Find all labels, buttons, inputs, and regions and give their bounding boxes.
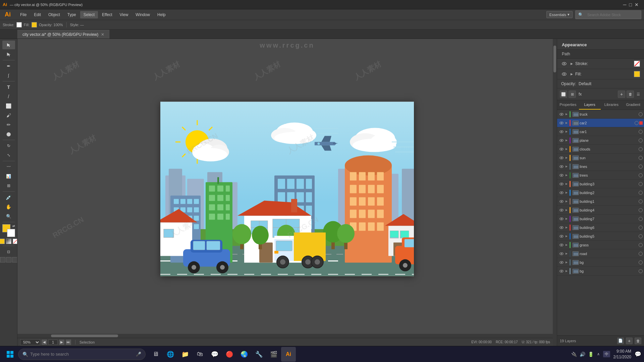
- layer-target-indicator[interactable]: [639, 243, 643, 247]
- blob-brush-tool[interactable]: ⬤: [2, 130, 15, 138]
- taskview-btn[interactable]: 🖥: [148, 347, 163, 362]
- delete-item-btn[interactable]: 🗑: [627, 90, 634, 98]
- layer-row[interactable]: ▶plane: [557, 136, 644, 145]
- panel-options-btn[interactable]: ☰: [635, 91, 641, 97]
- stroke-expand-btn[interactable]: ▶: [569, 61, 574, 66]
- last-page-btn[interactable]: ⏭: [66, 340, 71, 345]
- layer-expand-arrow[interactable]: ▶: [565, 165, 569, 169]
- layer-expand-arrow[interactable]: ▶: [565, 147, 569, 151]
- menu-edit[interactable]: Edit: [31, 11, 44, 18]
- direct-selection-tool[interactable]: [2, 50, 15, 59]
- libraries-tab[interactable]: Libraries: [601, 100, 623, 110]
- layer-target-indicator[interactable]: [639, 252, 643, 256]
- gradient-tab[interactable]: Gradient: [622, 100, 644, 110]
- taskbar-search[interactable]: 🔍 Type here to search 🎤: [18, 349, 146, 360]
- stock-search-input[interactable]: [585, 12, 638, 18]
- layer-expand-arrow[interactable]: ▶: [565, 199, 569, 203]
- layer-target-indicator[interactable]: [639, 138, 643, 142]
- layer-visibility-btn[interactable]: [558, 242, 565, 248]
- draw-mode[interactable]: ⊡: [2, 247, 15, 256]
- layers-panel[interactable]: ▶truck▶car2▶car1▶plane▶clouds▶sun▶lines▶…: [557, 110, 644, 335]
- layer-expand-arrow[interactable]: ▶: [565, 217, 569, 221]
- layer-target-indicator[interactable]: [639, 130, 643, 134]
- horizontal-scrollbar-thumb[interactable]: [51, 335, 118, 337]
- stroke-visibility-btn[interactable]: [561, 61, 567, 67]
- layer-expand-arrow[interactable]: ▶: [565, 226, 569, 230]
- menu-file[interactable]: File: [17, 11, 30, 18]
- volume-icon[interactable]: 🔊: [580, 352, 585, 357]
- layer-visibility-btn[interactable]: [558, 233, 565, 239]
- line-tool[interactable]: /: [2, 92, 15, 101]
- menu-object[interactable]: Object: [45, 11, 63, 18]
- fill-color-swatch[interactable]: [634, 71, 640, 77]
- close-button[interactable]: ✕: [635, 2, 639, 7]
- color-mode-none[interactable]: [13, 239, 18, 244]
- screen-mode-3[interactable]: [12, 257, 17, 262]
- start-button[interactable]: [3, 347, 17, 362]
- layer-expand-arrow[interactable]: ▶: [565, 173, 569, 177]
- zoom-select[interactable]: 50%: [20, 339, 40, 345]
- curvature-tool[interactable]: ∫: [2, 71, 15, 80]
- pen-tool[interactable]: ✒: [2, 62, 15, 70]
- notification-btn[interactable]: 💬: [635, 351, 641, 357]
- vertical-scrollbar[interactable]: [553, 39, 557, 346]
- layer-visibility-btn[interactable]: [558, 120, 565, 126]
- ime-icon[interactable]: 中: [603, 351, 610, 357]
- menu-view[interactable]: View: [116, 11, 132, 18]
- warp-tool[interactable]: 〰: [2, 163, 15, 171]
- menu-help[interactable]: Help: [154, 11, 169, 18]
- hand-tool[interactable]: ✋: [2, 202, 15, 211]
- layer-target-indicator[interactable]: [639, 269, 643, 273]
- rect-tool[interactable]: ⬜: [2, 102, 15, 110]
- layer-visibility-btn[interactable]: [558, 129, 565, 135]
- color-mode-fill[interactable]: [0, 239, 5, 244]
- zoom-tool[interactable]: 🔍: [2, 212, 15, 221]
- tab-close-button[interactable]: ✕: [101, 32, 104, 37]
- column-graph-tool[interactable]: 📊: [2, 172, 15, 181]
- layer-row[interactable]: ▶building3: [557, 180, 644, 188]
- color-swatches[interactable]: ⇄: [2, 224, 15, 237]
- layer-target-indicator[interactable]: [639, 182, 643, 186]
- layer-expand-arrow[interactable]: ▶: [565, 121, 569, 125]
- layer-row[interactable]: ▶truck: [557, 110, 644, 119]
- layer-row[interactable]: ▶building6: [557, 223, 644, 232]
- layer-row[interactable]: ▶building2: [557, 188, 644, 197]
- layer-expand-arrow[interactable]: ▶: [565, 156, 569, 160]
- stroke-control[interactable]: [16, 22, 22, 27]
- screen-mode-1[interactable]: [0, 257, 5, 262]
- layer-expand-arrow[interactable]: ▶: [565, 138, 569, 142]
- layer-target-indicator[interactable]: [639, 260, 643, 264]
- layer-visibility-btn[interactable]: [558, 181, 565, 187]
- layer-visibility-btn[interactable]: [558, 268, 565, 274]
- fill-control[interactable]: [32, 22, 37, 27]
- layer-expand-arrow[interactable]: ▶: [565, 252, 569, 256]
- layer-target-indicator[interactable]: [639, 234, 643, 238]
- stroke-color-swatch[interactable]: [634, 61, 640, 67]
- layer-target-indicator[interactable]: [635, 121, 639, 125]
- explorer-btn[interactable]: 📁: [178, 347, 193, 362]
- layer-row[interactable]: ▶building4: [557, 206, 644, 215]
- layer-target-indicator[interactable]: [639, 208, 643, 212]
- minimize-button[interactable]: ─: [623, 2, 627, 7]
- rotate-tool[interactable]: ↻: [2, 141, 15, 150]
- layer-target-indicator[interactable]: [639, 147, 643, 151]
- layer-visibility-btn[interactable]: [558, 137, 565, 143]
- document-tab[interactable]: city vector.ai* @ 50% (RGB/GPU Preview) …: [17, 30, 109, 39]
- menu-window[interactable]: Window: [132, 11, 153, 18]
- ai-btn-taskbar[interactable]: Ai: [281, 347, 296, 362]
- swap-colors[interactable]: ⇄: [12, 224, 15, 228]
- delete-layer-btn[interactable]: 🗑: [635, 338, 641, 344]
- layer-expand-arrow[interactable]: ▶: [565, 112, 569, 116]
- layer-target-indicator[interactable]: [639, 156, 643, 160]
- photo-app-btn[interactable]: 🔴: [222, 347, 237, 362]
- browser-btn2[interactable]: 🌏: [237, 347, 252, 362]
- layer-visibility-btn[interactable]: [558, 216, 565, 222]
- layer-visibility-btn[interactable]: [558, 251, 565, 257]
- layer-visibility-btn[interactable]: [558, 198, 565, 204]
- vertical-scrollbar-thumb[interactable]: [553, 46, 556, 72]
- layer-expand-arrow[interactable]: ▶: [565, 269, 569, 273]
- eyedropper-tool[interactable]: 💉: [2, 193, 15, 202]
- next-page-btn[interactable]: ▶: [59, 340, 64, 345]
- prev-page-btn[interactable]: ◀: [42, 340, 47, 345]
- menu-select[interactable]: Select: [80, 11, 98, 18]
